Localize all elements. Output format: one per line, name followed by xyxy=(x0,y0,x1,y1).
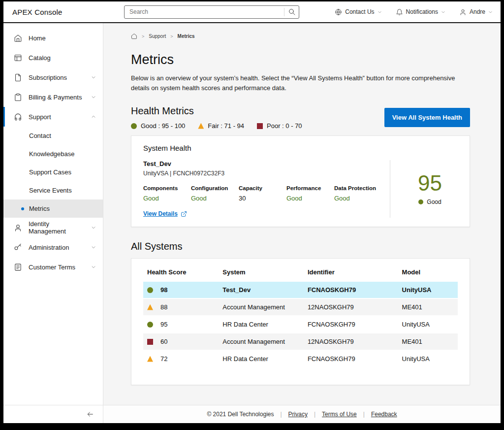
metric-value: Good xyxy=(191,195,238,202)
health-metrics-title: Health Metrics xyxy=(131,105,302,117)
search-box[interactable] xyxy=(124,5,299,19)
person-icon xyxy=(14,224,22,232)
bell-icon xyxy=(396,8,403,16)
sidebar-item-customer-terms[interactable]: Customer Terms xyxy=(3,257,103,277)
table-row[interactable]: 60 Account Management 12NAOSKGH79 ME401 xyxy=(143,333,458,350)
sidebar-subitem-label: Metrics xyxy=(29,205,50,212)
chevron-down-icon xyxy=(91,225,96,230)
identifier-cell: FCNAOSKGH79 xyxy=(304,350,398,367)
chevron-down-icon xyxy=(91,245,96,250)
good-circle-icon xyxy=(147,287,153,293)
contact-us-menu[interactable]: Contact Us xyxy=(335,8,381,16)
all-systems-card: Health Score System Identifier Model 98 … xyxy=(131,258,470,385)
metric-performance: Performance Good xyxy=(286,185,334,202)
metric-label: Configuration xyxy=(191,185,238,191)
user-menu[interactable]: Andre xyxy=(459,8,493,16)
health-score-status-label: Good xyxy=(427,198,441,205)
view-details-link[interactable]: View Details xyxy=(143,210,187,217)
view-details-label: View Details xyxy=(143,210,178,217)
sidebar-item-label: Customer Terms xyxy=(29,264,85,271)
contact-us-label: Contact Us xyxy=(345,8,374,15)
health-legend: Good : 95 - 100 Fair : 71 - 94 Poor : 0 … xyxy=(131,122,302,130)
metric-label: Data Protection xyxy=(334,185,381,191)
breadcrumb: > Support > Metrics xyxy=(131,33,470,39)
good-circle-icon xyxy=(418,199,423,204)
sidebar-subitem-contact[interactable]: Contact xyxy=(3,127,103,145)
sidebar-subitem-metrics[interactable]: Metrics xyxy=(3,199,103,218)
column-header-identifier: Identifier xyxy=(304,262,398,282)
footer-separator: | xyxy=(363,411,365,418)
metric-label: Capacity xyxy=(239,185,286,191)
system-cell: Test_Dev xyxy=(219,282,304,298)
sidebar-item-home[interactable]: Home xyxy=(3,28,103,48)
copyright-text: © 2021 Dell Technologies xyxy=(207,411,274,418)
legend-poor-label: Poor : 0 - 70 xyxy=(267,122,302,130)
system-subtitle: UnityVSA | FCNCH0972C32F3 xyxy=(143,170,390,177)
system-cell: Account Management xyxy=(219,333,304,350)
sidebar-item-subscriptions[interactable]: Subscriptions xyxy=(3,67,103,87)
sidebar-subitem-label: Support Cases xyxy=(29,168,71,176)
table-row[interactable]: 72 HR Data Center FCNAOSKGH79 UnityUSA xyxy=(143,350,458,367)
sidebar-item-catalog[interactable]: Catalog xyxy=(3,48,103,67)
page-footer: © 2021 Dell Technologies | Privacy | Ter… xyxy=(103,405,501,423)
metric-components: Components Good xyxy=(143,185,190,202)
system-health-card: System Health Test_Dev UnityVSA | FCNCH0… xyxy=(131,135,470,227)
sidebar-item-billing-payments[interactable]: Billing & Payments xyxy=(3,87,103,107)
chevron-down-icon xyxy=(91,75,96,80)
metric-label: Performance xyxy=(286,185,334,191)
privacy-link[interactable]: Privacy xyxy=(288,411,308,418)
table-header-row: Health Score System Identifier Model xyxy=(143,262,458,282)
page-title: Metrics xyxy=(131,52,470,67)
external-link-icon xyxy=(181,211,187,217)
search-input[interactable] xyxy=(129,8,282,15)
breadcrumb-item-support[interactable]: Support xyxy=(149,33,166,39)
active-indicator-dot xyxy=(21,207,24,210)
sidebar-item-label: Subscriptions xyxy=(29,74,85,81)
legend-good: Good : 95 - 100 xyxy=(131,122,185,130)
poor-square-icon xyxy=(257,123,263,129)
headset-icon xyxy=(14,113,22,121)
collapse-sidebar-icon[interactable] xyxy=(86,410,94,418)
notifications-menu[interactable]: Notifications xyxy=(396,8,445,16)
sidebar-item-label: Administration xyxy=(29,244,85,251)
health-score: 98 xyxy=(160,286,167,294)
sidebar-item-label: Catalog xyxy=(29,54,96,62)
sidebar-item-administration[interactable]: Administration xyxy=(3,237,103,257)
catalog-icon xyxy=(14,54,22,62)
table-row[interactable]: 88 Account Management 12NAOSKGH79 ME401 xyxy=(143,298,458,316)
identifier-cell: FCNAOSKGH79 xyxy=(304,282,398,298)
sidebar-subitem-support-cases[interactable]: Support Cases xyxy=(3,163,103,181)
column-header-health-score: Health Score xyxy=(143,262,219,282)
sidebar-item-identity-management[interactable]: Identity Management xyxy=(3,218,103,237)
sidebar-item-support[interactable]: Support xyxy=(3,107,103,127)
identifier-cell: FCNAOSKGH79 xyxy=(304,316,398,333)
key-icon xyxy=(14,243,22,252)
chevron-up-icon xyxy=(91,114,96,119)
sidebar-item-label: Identity Management xyxy=(29,220,85,235)
chevron-down-icon xyxy=(488,10,493,14)
system-metrics-row: Components Good Configuration Good Capac… xyxy=(143,185,390,202)
footer-separator: | xyxy=(314,411,315,418)
identifier-cell: 12NAOSKGH79 xyxy=(304,298,398,316)
column-header-model: Model xyxy=(398,262,458,282)
sidebar-subitem-knowledgebase[interactable]: Knowledgebase xyxy=(3,145,103,163)
sidebar-footer xyxy=(3,405,103,423)
table-row[interactable]: 95 HR Data Center FCNAOSKGH79 UnityUSA xyxy=(143,316,458,333)
health-score: 60 xyxy=(160,338,167,345)
metric-configuration: Configuration Good xyxy=(191,185,238,202)
sidebar-subitem-service-events[interactable]: Service Events xyxy=(3,181,103,199)
footer-separator: | xyxy=(280,411,282,418)
app-title: APEX Console xyxy=(12,8,124,16)
search-divider xyxy=(284,8,284,16)
home-icon[interactable] xyxy=(131,33,137,39)
view-all-system-health-button[interactable]: View All System Health xyxy=(384,108,470,127)
app-window: APEX Console Contact Us xyxy=(0,0,504,430)
model-cell: UnityUSA xyxy=(398,316,458,333)
feedback-link[interactable]: Feedback xyxy=(371,411,397,418)
legend-fair: Fair : 71 - 94 xyxy=(198,122,244,130)
poor-square-icon xyxy=(147,339,153,345)
model-cell: ME401 xyxy=(398,333,458,350)
terms-of-use-link[interactable]: Terms of Use xyxy=(322,411,357,418)
search-icon[interactable] xyxy=(288,8,296,16)
table-row[interactable]: 98 Test_Dev FCNAOSKGH79 UnityUSA xyxy=(143,282,458,298)
